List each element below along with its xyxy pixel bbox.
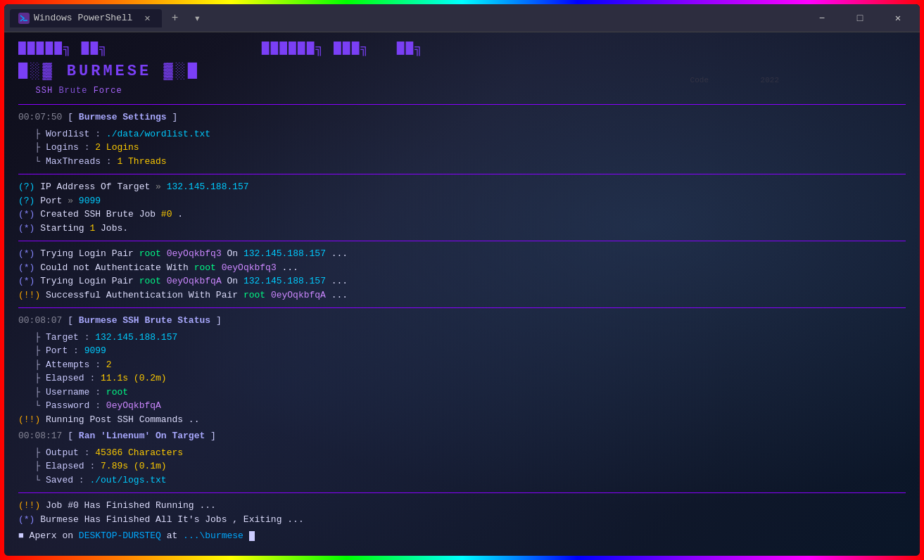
- ran-timestamp: 00:08:17: [18, 431, 62, 441]
- settings-title: Burmese Settings: [79, 112, 167, 122]
- ran-saved: └ Saved : ./out/logs.txt: [18, 473, 906, 488]
- powershell-icon: [18, 13, 30, 24]
- divider-3: [18, 241, 906, 241]
- maximize-button[interactable]: □: [844, 8, 876, 29]
- divider-1: [18, 104, 906, 105]
- try1-line: (*) Trying Login Pair root 0eyOqkbfq3 On…: [18, 247, 906, 261]
- settings-timestamp: 00:07:50: [18, 112, 62, 122]
- status-username: ├ Username : root: [18, 386, 906, 400]
- port-prompt-line: (?) Port » 9099: [18, 194, 906, 208]
- status-elapsed: ├ Elapsed : 11.1s (0.2m): [18, 371, 906, 386]
- divider-5: [18, 492, 906, 493]
- created-job-line: (*) Created SSH Brute Job #0 .: [18, 208, 906, 222]
- status-title: Burmese SSH Brute Status: [79, 315, 210, 326]
- settings-maxthreads: └ MaxThreads : 1 Threads: [18, 155, 906, 169]
- close-button[interactable]: ✕: [882, 8, 914, 29]
- job-finished-line: (!!) Job #0 Has Finished Running ...: [18, 499, 906, 513]
- watermark-year: 2022: [761, 75, 779, 87]
- window: Windows PowerShell ✕ + ▾ − □ ✕ █████╗ ██…: [4, 4, 920, 556]
- terminal-cursor: [249, 531, 255, 541]
- status-port: ├ Port : 9099: [18, 344, 906, 358]
- status-password: └ Password : 0eyOqkbfqA: [18, 399, 906, 413]
- burmese-finished-line: (*) Burmese Has Finished All It's Jobs ,…: [18, 513, 906, 527]
- ip-prompt-line: (?) IP Address Of Target » 132.145.188.1…: [18, 180, 906, 194]
- tab-actions: + ▾: [165, 8, 207, 28]
- dropdown-button[interactable]: ▾: [187, 8, 207, 28]
- ran-section: 00:08:17 [ Ran 'Linenum' On Target ]: [18, 429, 906, 443]
- titlebar-controls: − □ ✕: [806, 8, 914, 29]
- tab-title: Windows PowerShell: [34, 13, 132, 23]
- tab-close-button[interactable]: ✕: [141, 12, 153, 25]
- subtitle-text: SSH Brute Force: [18, 84, 906, 97]
- running-post-line: (!!) Running Post SSH Commands ..: [18, 413, 906, 427]
- try2-line: (*) Trying Login Pair root 0eyOqkbfqA On…: [18, 274, 906, 288]
- prompt-line: ■ Aperx on DESKTOP-DURSTEQ at ...\burmes…: [18, 529, 906, 543]
- fail1-line: (*) Could not Authenticate With root 0ey…: [18, 261, 906, 275]
- terminal-output[interactable]: █████╗ ██╗ ██████╗ ███╗ ██╗ █░▓ BURMESE …: [4, 32, 920, 556]
- ran-output: ├ Output : 45366 Characters: [18, 446, 906, 460]
- tab-powershell[interactable]: Windows PowerShell ✕: [10, 9, 162, 27]
- new-tab-button[interactable]: +: [165, 8, 184, 28]
- rainbow-border: Windows PowerShell ✕ + ▾ − □ ✕ █████╗ ██…: [0, 0, 924, 560]
- minimize-button[interactable]: −: [806, 8, 838, 29]
- ran-elapsed: ├ Elapsed : 7.89s (0.1m): [18, 459, 906, 473]
- status-section: 00:08:07 [ Burmese SSH Brute Status ]: [18, 314, 906, 328]
- watermark-code: Code: [690, 75, 709, 87]
- status-target: ├ Target : 132.145.188.157: [18, 331, 906, 345]
- starting-jobs-line: (*) Starting 1 Jobs.: [18, 222, 906, 236]
- success-line: (!!) Successful Authentication With Pair…: [18, 288, 906, 303]
- divider-4: [18, 307, 906, 308]
- divider-2: [18, 174, 906, 174]
- settings-wordlist: ├ Wordlist : ./data/wordlist.txt: [18, 127, 906, 141]
- titlebar: Windows PowerShell ✕ + ▾ − □ ✕: [4, 4, 920, 32]
- status-timestamp: 00:08:07: [18, 315, 62, 326]
- settings-section: 00:07:50 [ Burmese Settings ]: [18, 110, 906, 125]
- status-attempts: ├ Attempts : 2: [18, 358, 906, 372]
- settings-logins: ├ Logins : 2 Logins: [18, 141, 906, 155]
- ascii-logo: █████╗ ██╗ ██████╗ ███╗ ██╗: [18, 39, 906, 58]
- ran-title: Ran 'Linenum' On Target: [79, 431, 205, 441]
